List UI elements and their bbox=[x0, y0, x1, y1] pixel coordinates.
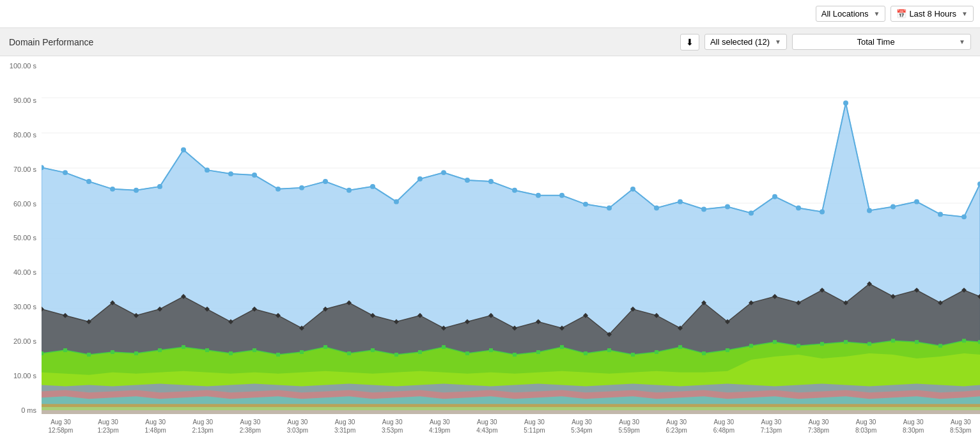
svg-point-51 bbox=[977, 181, 980, 187]
x-axis-label: Aug 306:23pm bbox=[657, 418, 696, 434]
svg-point-14 bbox=[110, 187, 115, 192]
svg-rect-121 bbox=[489, 348, 493, 352]
svg-rect-137 bbox=[867, 342, 871, 346]
svg-point-41 bbox=[749, 210, 754, 215]
svg-rect-135 bbox=[820, 342, 824, 346]
svg-point-50 bbox=[961, 214, 967, 219]
x-axis-label: Aug 307:13pm bbox=[752, 418, 790, 434]
svg-point-33 bbox=[559, 193, 564, 198]
locations-label: All Locations bbox=[821, 9, 869, 19]
y-axis-label: 10.00 s bbox=[13, 373, 36, 380]
svg-point-12 bbox=[63, 170, 68, 175]
svg-rect-139 bbox=[915, 340, 919, 344]
y-axis-label: 40.00 s bbox=[13, 269, 36, 276]
svg-point-31 bbox=[512, 188, 517, 193]
svg-point-18 bbox=[205, 167, 210, 173]
svg-rect-140 bbox=[938, 344, 942, 348]
y-axis-label: 90.00 s bbox=[13, 97, 36, 104]
svg-point-38 bbox=[678, 199, 683, 204]
domains-arrow-icon: ▼ bbox=[775, 38, 781, 45]
svg-rect-127 bbox=[631, 353, 635, 357]
y-axis-label: 70.00 s bbox=[13, 166, 36, 173]
svg-rect-116 bbox=[371, 348, 375, 352]
x-axis-label: Aug 306:48pm bbox=[704, 418, 743, 434]
download-button[interactable]: ⬇ bbox=[680, 34, 699, 50]
svg-rect-109 bbox=[205, 348, 209, 352]
locations-dropdown[interactable]: All Locations ▼ bbox=[816, 6, 886, 22]
svg-rect-108 bbox=[182, 345, 185, 349]
locations-arrow-icon: ▼ bbox=[873, 10, 880, 17]
svg-rect-134 bbox=[797, 344, 800, 348]
svg-point-13 bbox=[86, 179, 91, 184]
svg-rect-118 bbox=[418, 350, 422, 354]
panel-header: Domain Performance ⬇ All selected (12) ▼… bbox=[0, 28, 980, 56]
svg-rect-141 bbox=[962, 339, 966, 342]
svg-rect-138 bbox=[891, 339, 895, 342]
svg-point-27 bbox=[417, 176, 423, 181]
svg-rect-122 bbox=[513, 353, 517, 357]
x-axis-label: Aug 3012:58pm bbox=[42, 418, 80, 434]
y-axis-label: 30.00 s bbox=[13, 304, 36, 311]
svg-rect-111 bbox=[253, 348, 256, 352]
x-axis-label: Aug 307:38pm bbox=[800, 418, 838, 434]
metric-arrow-icon: ▼ bbox=[959, 38, 965, 45]
svg-point-48 bbox=[914, 199, 919, 204]
svg-rect-126 bbox=[607, 348, 611, 352]
svg-rect-103 bbox=[63, 348, 67, 352]
x-axis-label: Aug 302:38pm bbox=[231, 418, 269, 434]
svg-point-40 bbox=[725, 204, 730, 210]
svg-rect-123 bbox=[536, 350, 540, 354]
svg-rect-129 bbox=[678, 345, 682, 349]
y-axis: 100.00 s90.00 s80.00 s70.00 s60.00 s50.0… bbox=[0, 63, 42, 414]
svg-rect-112 bbox=[276, 353, 280, 357]
x-axis-label: Aug 304:43pm bbox=[468, 418, 506, 434]
chart-area bbox=[42, 63, 980, 414]
x-axis-label: Aug 302:13pm bbox=[183, 418, 222, 434]
x-axis-label: Aug 308:30pm bbox=[894, 418, 933, 434]
x-axis-label: Aug 303:31pm bbox=[326, 418, 364, 434]
time-arrow-icon: ▼ bbox=[961, 10, 968, 17]
x-axis-label: Aug 308:03pm bbox=[847, 418, 885, 434]
svg-point-45 bbox=[843, 100, 848, 105]
metric-dropdown[interactable]: Total Time ▼ bbox=[792, 34, 971, 50]
svg-rect-110 bbox=[229, 351, 233, 355]
svg-point-26 bbox=[394, 199, 399, 204]
x-axis-label: Aug 301:23pm bbox=[89, 418, 127, 434]
svg-rect-136 bbox=[844, 340, 848, 344]
time-range-dropdown[interactable]: 📅 Last 8 Hours ▼ bbox=[891, 6, 974, 22]
svg-rect-132 bbox=[749, 344, 753, 348]
svg-rect-117 bbox=[394, 353, 398, 357]
svg-rect-125 bbox=[584, 351, 587, 355]
svg-point-30 bbox=[488, 179, 494, 184]
svg-point-24 bbox=[346, 188, 352, 193]
svg-point-22 bbox=[299, 185, 304, 190]
svg-point-44 bbox=[820, 209, 825, 214]
svg-rect-106 bbox=[134, 351, 138, 355]
panel-controls: ⬇ All selected (12) ▼ Total Time ▼ bbox=[680, 34, 971, 50]
svg-point-34 bbox=[583, 202, 588, 207]
svg-point-21 bbox=[276, 187, 281, 192]
svg-point-49 bbox=[938, 211, 943, 217]
calendar-icon: 📅 bbox=[896, 9, 906, 19]
domains-label: All selected (12) bbox=[710, 37, 770, 47]
y-axis-label: 80.00 s bbox=[13, 132, 36, 139]
top-bar: All Locations ▼ 📅 Last 8 Hours ▼ bbox=[0, 0, 980, 28]
svg-point-36 bbox=[630, 187, 635, 192]
x-axis-label: Aug 303:53pm bbox=[373, 418, 412, 434]
domains-dropdown[interactable]: All selected (12) ▼ bbox=[704, 34, 787, 50]
x-axis-label: Aug 304:19pm bbox=[421, 418, 459, 434]
svg-point-15 bbox=[134, 188, 139, 193]
svg-rect-131 bbox=[726, 348, 729, 352]
svg-rect-104 bbox=[87, 353, 91, 357]
time-range-label: Last 8 Hours bbox=[909, 9, 956, 19]
y-axis-label: 0 ms bbox=[21, 407, 36, 414]
svg-point-16 bbox=[157, 184, 162, 189]
svg-point-42 bbox=[772, 194, 777, 199]
svg-point-37 bbox=[654, 206, 659, 211]
svg-rect-107 bbox=[158, 348, 162, 352]
y-axis-label: 60.00 s bbox=[13, 201, 36, 208]
svg-point-28 bbox=[441, 170, 446, 175]
svg-point-17 bbox=[181, 148, 186, 153]
y-axis-label: 20.00 s bbox=[13, 338, 36, 345]
svg-point-32 bbox=[536, 193, 541, 198]
